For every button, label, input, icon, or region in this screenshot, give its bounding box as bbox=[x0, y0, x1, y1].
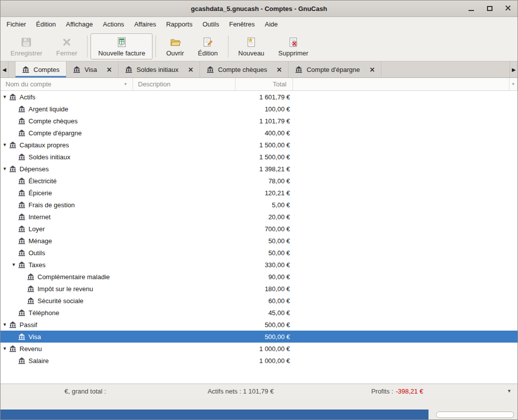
menu-item-fenetres[interactable]: Fenêtres bbox=[224, 17, 260, 32]
account-name: Sécurité sociale bbox=[38, 297, 84, 305]
account-row-depenses[interactable]: ▼Dépenses1 398,21 € bbox=[0, 163, 518, 175]
expander-icon[interactable]: ▼ bbox=[0, 343, 9, 355]
account-row-securite-sociale[interactable]: Sécurité sociale60,00 € bbox=[0, 295, 518, 307]
tab-close-icon[interactable] bbox=[188, 67, 193, 72]
account-icon bbox=[27, 285, 34, 292]
menu-item-rapports[interactable]: Rapports bbox=[161, 17, 198, 32]
title-bar[interactable]: gcashdata_5.gnucash - Comptes - GnuCash bbox=[0, 0, 518, 17]
column-header-account-name[interactable]: Nom du compte ▼ bbox=[0, 78, 133, 90]
account-icon bbox=[18, 357, 26, 364]
tab-compte-cheques[interactable]: Compte chèques bbox=[200, 61, 288, 77]
account-row-impot-sur-le-revenu[interactable]: Impôt sur le revenu180,00 € bbox=[0, 283, 518, 295]
account-name: Visa bbox=[28, 333, 41, 341]
account-icon bbox=[27, 297, 34, 304]
account-row-salaire[interactable]: Salaire1 000,00 € bbox=[0, 355, 518, 367]
minimize-button[interactable] bbox=[466, 3, 476, 14]
account-row-epicerie[interactable]: Épicerie120,21 € bbox=[0, 187, 518, 199]
column-header-total[interactable]: Total bbox=[236, 78, 293, 90]
account-name: Loyer bbox=[28, 225, 45, 233]
open-icon bbox=[170, 36, 181, 48]
summary-options-button[interactable]: ▼ bbox=[507, 389, 512, 394]
account-row-argent-liquide[interactable]: Argent liquide100,00 € bbox=[0, 103, 518, 115]
account-row-actifs[interactable]: ▼Actifs1 601,79 € bbox=[0, 91, 518, 103]
gnucash-window: gcashdata_5.gnucash - Comptes - GnuCash … bbox=[0, 0, 518, 420]
account-row-frais-de-gestion[interactable]: Frais de gestion5,00 € bbox=[0, 199, 518, 211]
toolbar-button-label: Édition bbox=[198, 49, 218, 57]
account-row-menage[interactable]: Ménage50,00 € bbox=[0, 235, 518, 247]
close-window-button[interactable] bbox=[502, 3, 514, 14]
account-row-compte-d-epargne[interactable]: Compte d'épargne400,00 € bbox=[0, 127, 518, 139]
tab-close-icon[interactable] bbox=[370, 67, 374, 72]
expander-icon[interactable]: ▼ bbox=[0, 139, 9, 151]
expander-icon[interactable]: ▼ bbox=[0, 319, 9, 331]
column-header-label: Nom du compte bbox=[6, 80, 52, 88]
account-row-loyer[interactable]: Loyer700,00 € bbox=[0, 223, 518, 235]
account-name: Taxes bbox=[28, 261, 46, 269]
account-total: 1 601,79 € bbox=[236, 93, 293, 101]
tab-visa[interactable]: Visa bbox=[66, 61, 118, 77]
invoice-icon bbox=[116, 36, 128, 48]
tab-scroll-right-button[interactable]: ▶ bbox=[510, 61, 518, 77]
toolbar-separator bbox=[156, 35, 156, 57]
menu-item-aide[interactable]: Aide bbox=[260, 17, 283, 32]
account-row-soldes-initiaux[interactable]: Soldes initiaux1 500,00 € bbox=[0, 151, 518, 163]
expander-icon[interactable]: ▼ bbox=[0, 163, 9, 175]
menu-item-actions[interactable]: Actions bbox=[98, 17, 130, 32]
edit-icon bbox=[202, 36, 214, 48]
account-row-electricite[interactable]: Électricité78,00 € bbox=[0, 175, 518, 187]
tab-soldes-initiaux[interactable]: Soldes initiaux bbox=[118, 61, 200, 77]
account-icon bbox=[18, 117, 26, 124]
account-icon bbox=[9, 165, 16, 172]
account-row-taxes[interactable]: ▼Taxes330,00 € bbox=[0, 259, 518, 271]
summary-bar: €, grand total : Actifs nets : 1 101,79 … bbox=[0, 384, 518, 398]
account-icon bbox=[18, 153, 26, 160]
tab-bar: ◀ ComptesVisaSoldes initiauxCompte chèqu… bbox=[0, 61, 518, 78]
account-total: 100,00 € bbox=[236, 105, 293, 113]
account-name: Revenu bbox=[20, 345, 42, 353]
status-progress-fill bbox=[0, 410, 428, 420]
account-name: Capitaux propres bbox=[20, 141, 69, 149]
account-row-compte-cheques[interactable]: Compte chèques1 101,79 € bbox=[0, 115, 518, 127]
column-header-description[interactable]: Description bbox=[133, 78, 236, 90]
tab-comptes[interactable]: Comptes bbox=[15, 61, 66, 77]
edition-button[interactable]: Édition bbox=[191, 33, 225, 59]
nouveau-button[interactable]: Nouveau bbox=[232, 33, 272, 59]
account-row-capitaux-propres[interactable]: ▼Capitaux propres1 500,00 € bbox=[0, 139, 518, 151]
fermer-button[interactable]: Fermer bbox=[50, 33, 84, 59]
tab-label: Soldes initiaux bbox=[136, 66, 178, 73]
account-row-complementaire-maladie[interactable]: Complémentaire maladie90,00 € bbox=[0, 271, 518, 283]
tab-close-icon[interactable] bbox=[277, 67, 282, 72]
ouvrir-button[interactable]: Ouvrir bbox=[159, 33, 190, 59]
chevron-down-icon: ▼ bbox=[512, 82, 516, 86]
account-row-passif[interactable]: ▼Passif500,00 € bbox=[0, 319, 518, 331]
toolbar-button-label: Ouvrir bbox=[166, 49, 184, 57]
account-icon bbox=[18, 105, 26, 112]
expander-icon[interactable]: ▼ bbox=[0, 91, 9, 103]
account-total: 60,00 € bbox=[236, 297, 293, 305]
column-options-button[interactable]: ▼ bbox=[509, 78, 518, 90]
enregistrer-button[interactable]: Enregistrer bbox=[4, 33, 50, 59]
account-row-outils[interactable]: Outils50,00 € bbox=[0, 247, 518, 259]
toolbar-separator bbox=[87, 35, 88, 57]
account-icon bbox=[73, 66, 80, 73]
account-row-internet[interactable]: Internet20,00 € bbox=[0, 211, 518, 223]
column-header-row: Nom du compte ▼ Description Total ▼ bbox=[0, 78, 518, 91]
expander-icon[interactable]: ▼ bbox=[10, 259, 18, 271]
tab-compte-d-epargne[interactable]: Compte d'épargne bbox=[288, 61, 382, 77]
nouvelle-facture-button[interactable]: Nouvelle facture bbox=[90, 33, 152, 59]
menu-item-affichage[interactable]: Affichage bbox=[61, 17, 98, 32]
tab-scroll-left-button[interactable]: ◀ bbox=[0, 61, 8, 77]
account-row-revenu[interactable]: ▼Revenu1 000,00 € bbox=[0, 343, 518, 355]
menu-item-affaires[interactable]: Affaires bbox=[129, 17, 161, 32]
toolbar-button-label: Supprimer bbox=[278, 49, 308, 57]
account-row-telephone[interactable]: Téléphone45,00 € bbox=[0, 307, 518, 319]
menu-item-outils[interactable]: Outils bbox=[198, 17, 224, 32]
account-total: 50,00 € bbox=[236, 249, 293, 257]
maximize-button[interactable] bbox=[484, 3, 495, 14]
menu-item-edition[interactable]: Édition bbox=[31, 17, 61, 32]
supprimer-button[interactable]: Supprimer bbox=[272, 33, 316, 59]
menu-item-fichier[interactable]: Fichier bbox=[2, 17, 31, 32]
tab-close-icon[interactable] bbox=[107, 67, 112, 72]
grand-total-label: €, grand total : bbox=[64, 388, 106, 395]
account-row-visa[interactable]: Visa500,00 € bbox=[0, 331, 518, 343]
